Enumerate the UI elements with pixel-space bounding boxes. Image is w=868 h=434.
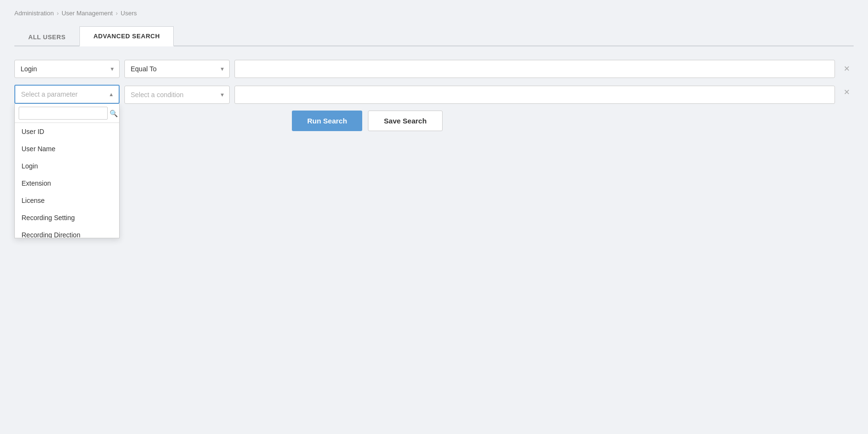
dropdown-item-login[interactable]: Login [15,157,119,175]
save-search-button[interactable]: Save Search [368,111,442,131]
filter-row-2: Select a parameter ▲ 🔍 User ID User Name… [14,85,854,104]
dropdown-search-input[interactable] [19,107,108,120]
dropdown-search-area: 🔍 [15,104,119,123]
dropdown-item-username[interactable]: User Name [15,140,119,157]
breadcrumb: Administration › User Management › Users [14,10,854,17]
filter-row-1: Login User ID User Name Extension Licens… [14,60,854,78]
dropdown-list: User ID User Name Login Extension Licens… [15,123,119,238]
param-dropdown: 🔍 User ID User Name Login Extension Lice… [14,104,120,238]
value-input-2[interactable] [234,86,835,104]
condition-select-wrapper-2: Select a condition Equal To Not Equal To… [124,86,230,104]
condition-select-1[interactable]: Equal To Not Equal To Contains Starts Wi… [124,60,230,78]
tabs-bar: ALL USERS ADVANCED SEARCH [14,25,854,46]
value-input-1[interactable] [234,60,835,78]
param-select-1[interactable]: Login User ID User Name Extension Licens… [14,60,120,78]
breadcrumb-users: Users [121,10,137,17]
condition-select-wrapper-1: Equal To Not Equal To Contains Starts Wi… [124,60,230,78]
remove-row-2-button[interactable]: ✕ [840,87,854,98]
dropdown-item-recording-setting[interactable]: Recording Setting [15,209,119,226]
param-select-wrapper-2[interactable]: Select a parameter ▲ 🔍 User ID User Name… [14,85,120,104]
param-select-wrapper-1: Login User ID User Name Extension Licens… [14,60,120,78]
action-buttons: Run Search Save Search [14,111,854,131]
condition-select-2[interactable]: Select a condition Equal To Not Equal To… [124,86,230,104]
dropdown-item-recording-direction[interactable]: Recording Direction [15,226,119,238]
param-select-display-2[interactable]: Select a parameter ▲ [14,85,120,104]
breadcrumb-user-management: User Management [62,10,113,17]
page-wrapper: Administration › User Management › Users… [0,0,868,434]
breadcrumb-sep-1: › [56,10,58,17]
search-icon: 🔍 [110,110,118,117]
breadcrumb-sep-2: › [116,10,118,17]
search-area: Login User ID User Name Extension Licens… [14,60,854,131]
dropdown-item-userid[interactable]: User ID [15,123,119,140]
param-select-arrow-2: ▲ [109,91,114,97]
remove-row-1-button[interactable]: ✕ [840,63,854,75]
tab-all-users[interactable]: ALL USERS [14,27,79,46]
tab-advanced-search[interactable]: ADVANCED SEARCH [79,26,174,46]
breadcrumb-admin: Administration [14,10,54,17]
dropdown-item-extension[interactable]: Extension [15,175,119,192]
param-select-placeholder: Select a parameter [21,90,78,98]
run-search-button[interactable]: Run Search [292,111,362,131]
dropdown-item-license[interactable]: License [15,192,119,209]
